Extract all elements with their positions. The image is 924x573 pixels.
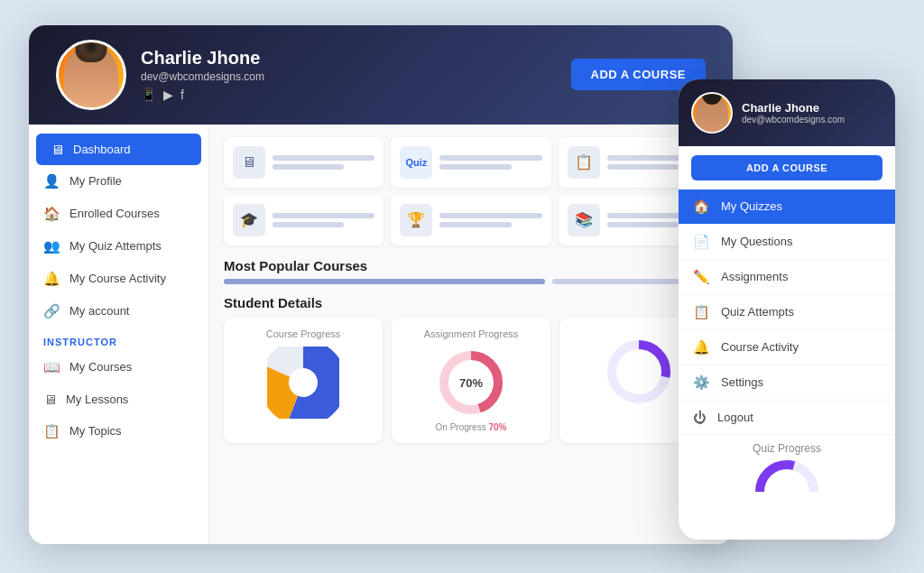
course-progress-title: Course Progress bbox=[266, 328, 341, 339]
instructor-section-label: INSTRUCTOR bbox=[29, 328, 208, 351]
course-progress-chart bbox=[267, 347, 339, 419]
mobile-nav-questions[interactable]: 📄 My Questions bbox=[679, 225, 895, 260]
tile-line bbox=[273, 222, 344, 227]
sidebar: 🖥 Dashboard 👤 My Profile 🏠 Enrolled Cour… bbox=[29, 125, 209, 544]
mobile-add-course-button[interactable]: ADD A COURSE bbox=[691, 155, 882, 180]
tile-icon-3: 📋 bbox=[568, 146, 600, 179]
sidebar-item-topics[interactable]: 📋 My Topics bbox=[29, 415, 208, 448]
assignment-progress-title: Assignment Progress bbox=[424, 328, 519, 339]
sidebar-label-activity: My Course Activity bbox=[69, 272, 166, 285]
course-tile-2[interactable]: Quiz bbox=[391, 137, 550, 188]
course-progress-card: Course Progress bbox=[224, 318, 383, 443]
tile-line bbox=[273, 155, 374, 161]
sidebar-item-lessons[interactable]: 🖥 My Lessons bbox=[29, 384, 208, 415]
main-content: 🖥 Quiz bbox=[209, 125, 733, 544]
sidebar-item-account[interactable]: 🔗 My account bbox=[29, 295, 208, 328]
mobile-quiz-section: Quiz Progress bbox=[679, 435, 895, 499]
tile-line bbox=[607, 222, 679, 227]
course-tile-4[interactable]: 🎓 bbox=[224, 195, 383, 245]
mobile-quiz-progress-title: Quiz Progress bbox=[691, 442, 882, 455]
logout-icon: ⏻ bbox=[693, 410, 707, 425]
sidebar-item-courses[interactable]: 📖 My Courses bbox=[29, 351, 208, 384]
sidebar-label-lessons: My Lessons bbox=[66, 393, 128, 406]
mobile-nav-label-assignments: Assignments bbox=[721, 270, 788, 283]
tile-line bbox=[273, 213, 374, 218]
bell-mobile-icon: 🔔 bbox=[693, 339, 710, 356]
on-progress-value: 70% bbox=[488, 422, 506, 432]
mobile-quiz-chart bbox=[691, 460, 882, 492]
on-progress-label: On Progress 70% bbox=[436, 422, 507, 432]
course-tile-5[interactable]: 🏆 bbox=[391, 195, 550, 245]
mobile-email: dev@wbcomdesigns.com bbox=[742, 115, 845, 125]
mobile-card: Charlie Jhone dev@wbcomdesigns.com ADD A… bbox=[679, 79, 895, 540]
tile-icon-1: 🖥 bbox=[233, 146, 265, 179]
tile-icon-4: 🎓 bbox=[233, 204, 265, 236]
popular-courses-section: Most Popular Courses bbox=[224, 258, 718, 284]
mobile-nav: 🏠 My Quizzes 📄 My Questions ✏️ Assignmen… bbox=[679, 189, 895, 435]
user-icon: 👤 bbox=[43, 173, 60, 189]
sidebar-label-profile: My Profile bbox=[69, 174, 122, 188]
charts-row: Course Progress bbox=[224, 318, 718, 443]
sidebar-item-enrolled[interactable]: 🏠 Enrolled Courses bbox=[29, 198, 208, 230]
desktop-card: Charlie Jhone dev@wbcomdesigns.com 📱 ▶ f… bbox=[29, 25, 733, 544]
tile-icon-2: Quiz bbox=[400, 146, 432, 179]
tile-icon-5: 🏆 bbox=[400, 204, 432, 236]
mobile-nav-assignments[interactable]: ✏️ Assignments bbox=[679, 260, 895, 295]
mobile-nav-quizzes[interactable]: 🏠 My Quizzes bbox=[679, 189, 895, 225]
course-tiles-grid: 🖥 Quiz bbox=[224, 137, 718, 245]
popular-bar-row bbox=[224, 279, 718, 284]
sidebar-label-enrolled: Enrolled Courses bbox=[69, 207, 160, 220]
mobile-name: Charlie Jhone bbox=[742, 101, 845, 115]
mobile-header: Charlie Jhone dev@wbcomdesigns.com bbox=[679, 79, 895, 146]
tile-line bbox=[439, 155, 541, 161]
sidebar-item-activity[interactable]: 🔔 My Course Activity bbox=[29, 263, 208, 295]
sidebar-label-courses: My Courses bbox=[69, 360, 132, 374]
desktop-header: Charlie Jhone dev@wbcomdesigns.com 📱 ▶ f… bbox=[29, 25, 733, 125]
sidebar-item-profile[interactable]: 👤 My Profile bbox=[29, 165, 208, 198]
mobile-nav-logout[interactable]: ⏻ Logout bbox=[679, 401, 895, 435]
course-tile-1[interactable]: 🖥 bbox=[224, 137, 383, 188]
edit-icon: ✏️ bbox=[693, 269, 710, 285]
sidebar-label-dashboard: Dashboard bbox=[73, 143, 131, 156]
monitor-icon: 🖥 bbox=[43, 392, 57, 407]
document-icon: 📄 bbox=[693, 234, 710, 250]
assignment-progress-chart: 70% bbox=[435, 347, 507, 419]
mobile-nav-label-quiz-attempts: Quiz Attempts bbox=[721, 305, 794, 319]
student-details-section: Student Details Course Progress bbox=[224, 295, 718, 443]
mobile-nav-settings[interactable]: ⚙️ Settings bbox=[679, 365, 895, 401]
bell-icon: 🔔 bbox=[43, 271, 60, 287]
mobile-nav-label-settings: Settings bbox=[721, 375, 763, 389]
header-name: Charlie Jhone bbox=[141, 48, 264, 69]
sidebar-label-account: My account bbox=[69, 304, 129, 318]
clipboard-icon: 📋 bbox=[693, 304, 710, 320]
avatar bbox=[56, 40, 126, 110]
mobile-nav-quiz-attempts[interactable]: 📋 Quiz Attempts bbox=[679, 295, 895, 330]
mobile-nav-label-course-activity: Course Activity bbox=[721, 340, 799, 354]
youtube-icon: ▶ bbox=[163, 88, 173, 102]
list-icon: 📋 bbox=[43, 423, 60, 439]
sidebar-item-quiz[interactable]: 👥 My Quiz Attempts bbox=[29, 230, 208, 263]
mobile-nav-label-questions: My Questions bbox=[721, 235, 792, 248]
tile-line bbox=[273, 164, 344, 170]
tile-line bbox=[607, 164, 679, 170]
facebook-icon: f bbox=[180, 88, 184, 102]
third-chart bbox=[603, 336, 675, 408]
header-email: dev@wbcomdesigns.com bbox=[141, 70, 264, 83]
tile-line bbox=[439, 164, 511, 170]
book-icon: 📖 bbox=[43, 359, 60, 375]
group-icon: 👥 bbox=[43, 238, 60, 254]
student-details-title: Student Details bbox=[224, 295, 718, 310]
mobile-nav-label-logout: Logout bbox=[717, 411, 753, 424]
whatsapp-icon: 📱 bbox=[141, 88, 156, 102]
link-icon: 🔗 bbox=[43, 303, 60, 319]
body: 🖥 Dashboard 👤 My Profile 🏠 Enrolled Cour… bbox=[29, 125, 733, 544]
sidebar-label-topics: My Topics bbox=[69, 424, 122, 438]
sidebar-item-dashboard[interactable]: 🖥 Dashboard bbox=[36, 134, 201, 165]
popular-courses-title: Most Popular Courses bbox=[224, 258, 718, 273]
home-icon: 🏠 bbox=[43, 206, 60, 222]
sidebar-label-quiz: My Quiz Attempts bbox=[69, 239, 162, 253]
header-social-icons: 📱 ▶ f bbox=[141, 88, 264, 102]
mobile-nav-course-activity[interactable]: 🔔 Course Activity bbox=[679, 330, 895, 365]
tile-icon-6: 📚 bbox=[568, 204, 600, 236]
tile-line bbox=[439, 222, 511, 227]
